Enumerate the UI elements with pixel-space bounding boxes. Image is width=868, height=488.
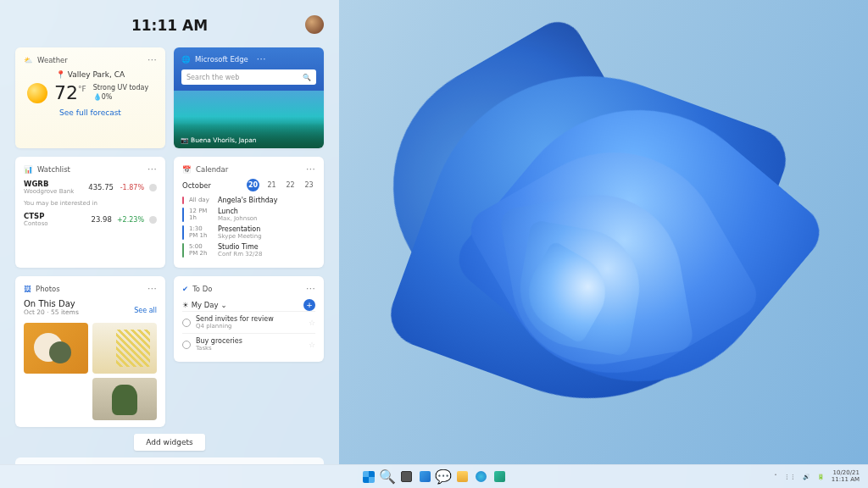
weather-icon: ⛅ (24, 56, 33, 64)
calendar-day[interactable]: 21 (265, 179, 278, 191)
battery-icon[interactable]: 🔋 (817, 474, 825, 480)
wifi-icon[interactable]: ⋮⋮ (784, 474, 796, 480)
widget-label: Photos (36, 285, 60, 293)
chevron-down-icon: ⌄ (220, 301, 226, 309)
weather-details: Strong UV today 💧0% (93, 84, 149, 102)
calendar-month: October (182, 181, 211, 190)
widget-label: Microsoft Edge (195, 55, 248, 64)
add-widgets-button[interactable]: Add widgets (134, 434, 204, 451)
calendar-event[interactable]: All day Angela's Birthday (182, 197, 315, 204)
todo-icon: ✔ (182, 285, 188, 293)
weather-forecast-link[interactable]: See full forecast (24, 108, 157, 117)
edge-button[interactable] (473, 469, 488, 485)
calendar-icon: 📅 (182, 165, 192, 174)
app-button[interactable] (492, 469, 507, 485)
weather-widget[interactable]: ⛅ Weather ⋯ 📍 Valley Park, CA 72°F Stron… (15, 47, 165, 148)
widget-label: Watchlist (37, 165, 70, 174)
widget-more-button[interactable]: ⋯ (306, 283, 315, 294)
start-button[interactable] (361, 469, 376, 485)
widget-more-button[interactable]: ⋯ (147, 54, 157, 65)
widget-more-button[interactable]: ⋯ (306, 164, 315, 175)
todo-star-button[interactable]: ☆ (309, 319, 315, 327)
calendar-event[interactable]: 5:00 PM 2h Studio TimeConf Rm 32/28 (182, 243, 315, 258)
photos-widget[interactable]: 🖼 Photos ⋯ On This Day Oct 20 · 55 items… (15, 276, 165, 427)
taskbar-tray[interactable]: ˄ ⋮⋮ 🔊 🔋 10/20/21 11:11 AM (774, 470, 868, 483)
widgets-panel: 11:11 AM ⛅ Weather ⋯ 📍 Valley Park, CA 7… (0, 0, 339, 464)
chat-button[interactable]: 💬 (436, 469, 451, 485)
todo-checkbox[interactable] (182, 319, 191, 327)
watchlist-row[interactable]: WGRB Woodgrove Bank 435.75 -1.87% (24, 180, 157, 195)
widgets-clock: 11:11 AM (131, 17, 208, 34)
taskbar-center: 🔍 💬 (361, 469, 507, 485)
widget-label: To Do (192, 285, 212, 293)
widget-more-button[interactable]: ⋯ (147, 283, 157, 294)
photo-thumbnail[interactable] (92, 323, 157, 374)
calendar-event[interactable]: 1:30 PM 1h PresentationSkype Meeting (182, 225, 315, 240)
task-view-button[interactable] (398, 469, 414, 485)
photo-thumbnail[interactable] (24, 323, 88, 374)
calendar-event[interactable]: 12 PM 1h LunchMax, Johnson (182, 208, 315, 222)
widget-more-button[interactable]: ⋯ (257, 53, 266, 64)
todo-item[interactable]: Send invites for reviewQ4 planning ☆ (182, 311, 315, 333)
todo-checkbox[interactable] (182, 341, 191, 349)
sun-icon (27, 83, 47, 103)
calendar-day[interactable]: 23 (303, 179, 315, 191)
search-button[interactable]: 🔍 (380, 469, 395, 485)
taskbar: 🔍 💬 ˄ ⋮⋮ 🔊 🔋 10/20/21 11:11 AM (0, 464, 868, 488)
todo-widget[interactable]: ✔ To Do ⋯ ☀ My Day ⌄ + Send invites for … (174, 276, 324, 362)
watchlist-note: You may be interested in (24, 200, 157, 207)
todo-list-selector[interactable]: ☀ My Day ⌄ (182, 301, 227, 309)
watchlist-widget[interactable]: 📊 Watchlist ⋯ WGRB Woodgrove Bank 435.75… (15, 157, 165, 268)
edge-widget[interactable]: 🌐 Microsoft Edge ⋯ Search the web 🔍 📷Bue… (174, 47, 324, 148)
edge-icon: 🌐 (181, 55, 191, 64)
widgets-button[interactable] (417, 469, 432, 485)
bloom-graphic (326, 34, 800, 441)
widgets-header: 11:11 AM (15, 12, 324, 39)
calendar-day[interactable]: 20 (247, 179, 259, 191)
todo-star-button[interactable]: ☆ (309, 341, 315, 349)
user-avatar[interactable] (305, 15, 324, 34)
calendar-day[interactable]: 22 (284, 179, 297, 191)
todo-add-button[interactable]: + (303, 299, 315, 311)
watchlist-row[interactable]: CTSP Contoso 23.98 +2.23% (24, 212, 157, 227)
edge-search-input[interactable]: Search the web 🔍 (181, 69, 316, 85)
tray-chevron-icon[interactable]: ˄ (774, 474, 777, 480)
weather-location: 📍 Valley Park, CA (24, 70, 157, 79)
widget-more-button[interactable]: ⋯ (147, 164, 157, 175)
todo-item[interactable]: Buy groceriesTasks ☆ (182, 333, 315, 355)
calendar-days: 20 21 22 23 (247, 179, 315, 191)
photos-icon: 🖼 (24, 285, 31, 293)
top-stories-widget[interactable]: TOP STORIES USA Today · 3 mins One of th… (15, 458, 324, 464)
watchlist-toggle[interactable] (149, 216, 157, 224)
weather-temp: 72 (54, 82, 78, 103)
widget-label: Calendar (196, 165, 228, 174)
explorer-button[interactable] (454, 469, 470, 485)
widget-label: Weather (37, 56, 68, 64)
watchlist-toggle[interactable] (149, 184, 157, 191)
photos-see-all-link[interactable]: See all (134, 307, 157, 314)
search-icon: 🔍 (303, 74, 311, 81)
watchlist-icon: 📊 (24, 165, 33, 174)
edge-image[interactable]: 📷Buena Vhorils, Japan (174, 91, 324, 148)
photo-thumbnail[interactable] (92, 378, 157, 420)
taskbar-clock[interactable]: 10/20/21 11:11 AM (832, 470, 860, 483)
volume-icon[interactable]: 🔊 (803, 474, 810, 480)
calendar-widget[interactable]: 📅 Calendar ⋯ October 20 21 22 23 All day (174, 157, 324, 268)
edge-caption: 📷Buena Vhorils, Japan (181, 136, 257, 144)
